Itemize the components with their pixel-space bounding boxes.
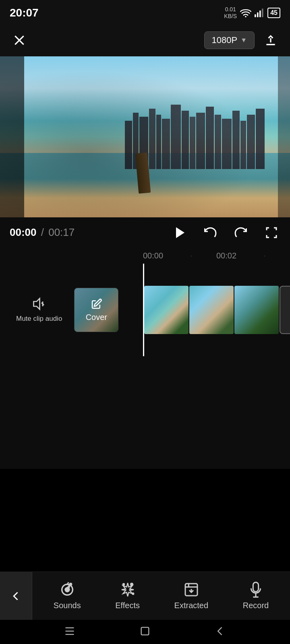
time-display: 00:00 / 00:17 [10, 226, 75, 239]
svg-point-0 [245, 16, 246, 17]
undo-button[interactable] [201, 224, 219, 242]
plus-icon [288, 303, 290, 317]
sounds-icon [59, 582, 75, 598]
clip-thumbnail-1[interactable] [144, 286, 188, 334]
add-clip-button[interactable] [280, 286, 290, 334]
timeline-ruler: 00:00 · 00:02 · [0, 248, 290, 264]
upload-button[interactable] [261, 31, 280, 50]
mute-button[interactable]: Mute clip audio [16, 297, 62, 323]
extracted-label: Extracted [174, 601, 208, 610]
status-icons: 0.01 KB/S 45 [224, 6, 280, 20]
android-back-button[interactable] [215, 625, 226, 638]
playhead [143, 264, 144, 356]
status-time: 20:07 [10, 6, 39, 19]
redo-button[interactable] [232, 224, 250, 242]
close-button[interactable] [10, 31, 29, 50]
cover-label: Cover [86, 313, 107, 322]
bottom-nav: Sounds Effects Extracted [0, 572, 290, 620]
fullscreen-button[interactable] [263, 224, 280, 242]
record-icon [248, 582, 264, 598]
ruler-mark-1: 00:00 [143, 251, 163, 260]
svg-rect-3 [259, 10, 261, 17]
ruler-dot-1: · [191, 252, 192, 259]
wifi-icon [240, 8, 251, 17]
mute-label: Mute clip audio [16, 314, 62, 323]
control-buttons [171, 224, 280, 242]
android-navbar [0, 620, 290, 644]
nav-item-effects[interactable]: Effects [109, 578, 146, 613]
effects-label: Effects [115, 601, 140, 610]
clip-thumbnail-3[interactable] [234, 286, 279, 334]
back-button[interactable] [0, 572, 32, 620]
cover-button[interactable]: Cover [74, 288, 118, 332]
svg-rect-48 [141, 627, 149, 635]
svg-point-40 [132, 593, 133, 594]
edit-icon [90, 298, 102, 310]
svg-marker-27 [34, 298, 40, 309]
battery-icon: 45 [267, 8, 280, 18]
header-bar: 1080P ▼ [0, 24, 290, 56]
svg-point-37 [70, 583, 72, 585]
nav-item-sounds[interactable]: Sounds [47, 578, 87, 613]
clips-strip [144, 286, 290, 334]
controls-bar: 00:00 / 00:17 [0, 217, 290, 248]
svg-point-38 [130, 583, 133, 585]
cover-icon-wrap: Cover [86, 298, 107, 322]
header-right: 1080P ▼ [204, 31, 280, 50]
track-area: Mute clip audio Cover [0, 264, 290, 356]
total-time: 00:17 [48, 226, 75, 238]
ruler-mark-2: 00:02 [216, 251, 236, 260]
extracted-icon [183, 582, 199, 598]
signal-icon [255, 8, 264, 17]
effects-icon [120, 582, 136, 598]
nav-item-record[interactable]: Record [236, 578, 275, 613]
sounds-label: Sounds [54, 601, 81, 610]
play-button[interactable] [171, 224, 188, 242]
svg-point-35 [65, 588, 69, 592]
chevron-left-icon [10, 590, 22, 602]
svg-rect-1 [255, 14, 256, 17]
time-separator: / [41, 226, 44, 238]
status-bar: 20:07 0.01 KB/S 45 [0, 0, 290, 24]
svg-point-39 [123, 584, 124, 585]
video-preview [0, 56, 290, 217]
track-left-panel: Mute clip audio Cover [0, 264, 143, 356]
quality-button[interactable]: 1080P ▼ [204, 31, 255, 49]
video-overlay [0, 56, 290, 217]
chevron-down-icon: ▼ [240, 37, 247, 44]
clip-thumbnail-2[interactable] [189, 286, 234, 334]
network-speed: 0.01 KB/S [224, 6, 237, 20]
ruler-dot-2: · [264, 252, 265, 259]
android-menu-button[interactable] [64, 625, 75, 638]
svg-marker-26 [176, 227, 184, 238]
record-label: Record [243, 601, 269, 610]
current-time: 00:00 [10, 226, 37, 238]
android-home-button[interactable] [139, 625, 151, 638]
empty-track-area [0, 356, 290, 469]
quality-label: 1080P [212, 35, 238, 45]
svg-rect-4 [262, 8, 263, 17]
nav-items: Sounds Effects Extracted [32, 578, 290, 613]
svg-rect-2 [257, 12, 259, 17]
nav-item-extracted[interactable]: Extracted [168, 578, 215, 613]
